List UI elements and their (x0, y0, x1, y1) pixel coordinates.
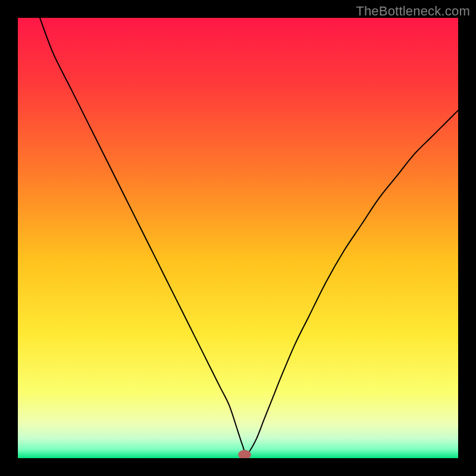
optimum-marker-icon (239, 450, 251, 458)
gradient-panel (18, 18, 458, 458)
chart-svg (18, 18, 458, 458)
outer-frame: TheBottleneck.com (0, 0, 476, 476)
watermark-text: TheBottleneck.com (356, 4, 470, 19)
plot-area (18, 18, 458, 458)
